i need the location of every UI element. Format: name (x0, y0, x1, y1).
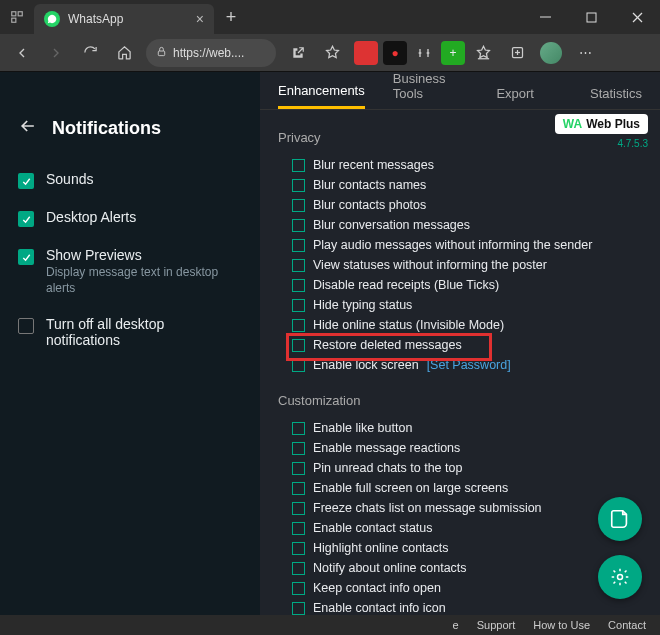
settings-fab-button[interactable] (598, 555, 642, 599)
extension-1-icon[interactable] (354, 41, 378, 65)
checkbox-unchecked-icon[interactable] (18, 318, 34, 334)
checkbox-icon[interactable] (292, 159, 305, 172)
checkbox-icon[interactable] (292, 542, 305, 555)
option-desktop-alerts[interactable]: Desktop Alerts (18, 209, 242, 227)
checkbox-icon[interactable] (292, 319, 305, 332)
checkbox-icon[interactable] (292, 502, 305, 515)
nav-back-button[interactable] (6, 37, 38, 69)
privacy-option[interactable]: Blur contacts photos (292, 195, 642, 215)
settings-title: Notifications (52, 118, 161, 139)
checkbox-icon[interactable] (292, 219, 305, 232)
privacy-option[interactable]: Disable read receipts (Blue Ticks) (292, 275, 642, 295)
privacy-option[interactable]: Blur contacts names (292, 175, 642, 195)
privacy-option[interactable]: View statuses without informing the post… (292, 255, 642, 275)
footer-item[interactable]: Contact (608, 619, 646, 631)
tab-export[interactable]: Export (496, 86, 534, 109)
favorites-list-button[interactable] (467, 37, 499, 69)
webplus-badge[interactable]: WA Web Plus (555, 114, 648, 134)
option-sounds[interactable]: Sounds (18, 171, 242, 189)
menu-more-button[interactable]: ⋯ (569, 37, 601, 69)
customization-option[interactable]: Highlight online contacts (292, 538, 642, 558)
customization-option[interactable]: Pin unread chats to the top (292, 458, 642, 478)
option-label: Sounds (46, 171, 93, 187)
checkbox-icon[interactable] (292, 199, 305, 212)
customization-option[interactable]: Enable message reactions (292, 438, 642, 458)
option-label: Desktop Alerts (46, 209, 136, 225)
checkbox-icon[interactable] (292, 562, 305, 575)
customization-option[interactable]: Freeze chats list on message submission (292, 498, 642, 518)
privacy-option[interactable]: Enable lock screen [Set Password] (292, 355, 642, 375)
tab-actions-icon[interactable] (0, 0, 34, 34)
window-controls (522, 0, 660, 34)
checkbox-icon[interactable] (292, 239, 305, 252)
close-window-button[interactable] (614, 0, 660, 34)
checkbox-icon[interactable] (292, 179, 305, 192)
checkbox-icon[interactable] (292, 522, 305, 535)
option-turn-off-all[interactable]: Turn off all desktop notifications (18, 316, 242, 348)
checkbox-icon[interactable] (292, 582, 305, 595)
url-text: https://web.... (173, 46, 244, 60)
checkbox-icon[interactable] (292, 442, 305, 455)
customization-option[interactable]: Enable contact status (292, 518, 642, 538)
privacy-option[interactable]: Hide online status (Invisible Mode) (292, 315, 642, 335)
customization-option[interactable]: Enable like button (292, 418, 642, 438)
customization-option[interactable]: Enable contact info icon (292, 598, 642, 615)
favorite-star-button[interactable] (316, 37, 348, 69)
checkbox-icon[interactable] (292, 259, 305, 272)
option-label: Turn off all desktop notifications (46, 316, 242, 348)
browser-tab[interactable]: WhatsApp × (34, 4, 214, 34)
home-button[interactable] (108, 37, 140, 69)
reload-button[interactable] (74, 37, 106, 69)
browser-toolbar: https://web.... ● + ⋯ (0, 34, 660, 72)
footer-item[interactable]: e (453, 619, 459, 631)
extension-3-icon[interactable] (412, 41, 436, 65)
checkbox-checked-icon[interactable] (18, 249, 34, 265)
tab-statistics[interactable]: Statistics (590, 86, 642, 109)
footer-item[interactable]: Support (477, 619, 516, 631)
minimize-button[interactable] (522, 0, 568, 34)
settings-back-button[interactable] (18, 116, 38, 141)
address-bar[interactable]: https://web.... (146, 39, 276, 67)
extension-2-icon[interactable]: ● (383, 41, 407, 65)
profile-avatar[interactable] (535, 37, 567, 69)
extension-4-icon[interactable]: + (441, 41, 465, 65)
set-password-link[interactable]: [Set Password] (427, 358, 511, 372)
privacy-option[interactable]: Play audio messages without informing th… (292, 235, 642, 255)
section-title-customization: Customization (278, 393, 642, 408)
checkbox-icon[interactable] (292, 462, 305, 475)
svg-rect-1 (18, 12, 22, 16)
tab-business-tools[interactable]: Business Tools (393, 71, 469, 109)
privacy-option[interactable]: Blur recent messages (292, 155, 642, 175)
checkbox-icon[interactable] (292, 339, 305, 352)
checkbox-icon[interactable] (292, 359, 305, 372)
tab-title: WhatsApp (68, 12, 188, 26)
checkbox-checked-icon[interactable] (18, 211, 34, 227)
checkbox-checked-icon[interactable] (18, 173, 34, 189)
sticker-fab-button[interactable] (598, 497, 642, 541)
checkbox-icon[interactable] (292, 279, 305, 292)
checkbox-icon[interactable] (292, 602, 305, 615)
checkbox-icon[interactable] (292, 299, 305, 312)
privacy-option[interactable]: Blur conversation messages (292, 215, 642, 235)
checkbox-icon[interactable] (292, 482, 305, 495)
customization-option[interactable]: Keep contact info open (292, 578, 642, 598)
tab-close-icon[interactable]: × (196, 11, 204, 27)
privacy-option[interactable]: Restore deleted messages (292, 335, 642, 355)
footer-item[interactable]: How to Use (533, 619, 590, 631)
option-show-previews[interactable]: Show Previews Display message text in de… (18, 247, 242, 296)
customization-option-label: Freeze chats list on message submission (313, 501, 542, 515)
privacy-option[interactable]: Hide typing status (292, 295, 642, 315)
collections-button[interactable] (501, 37, 533, 69)
svg-rect-4 (587, 13, 596, 22)
customization-option[interactable]: Notify about online contacts (292, 558, 642, 578)
tab-enhancements[interactable]: Enhancements (278, 83, 365, 109)
customization-option[interactable]: Enable full screen on large screens (292, 478, 642, 498)
open-external-icon[interactable] (282, 37, 314, 69)
privacy-option-label: View statuses without informing the post… (313, 258, 547, 272)
option-sublabel: Display message text in desktop alerts (46, 265, 242, 296)
maximize-button[interactable] (568, 0, 614, 34)
privacy-option-label: Blur recent messages (313, 158, 434, 172)
checkbox-icon[interactable] (292, 422, 305, 435)
nav-forward-button[interactable] (40, 37, 72, 69)
new-tab-button[interactable]: + (214, 0, 248, 34)
